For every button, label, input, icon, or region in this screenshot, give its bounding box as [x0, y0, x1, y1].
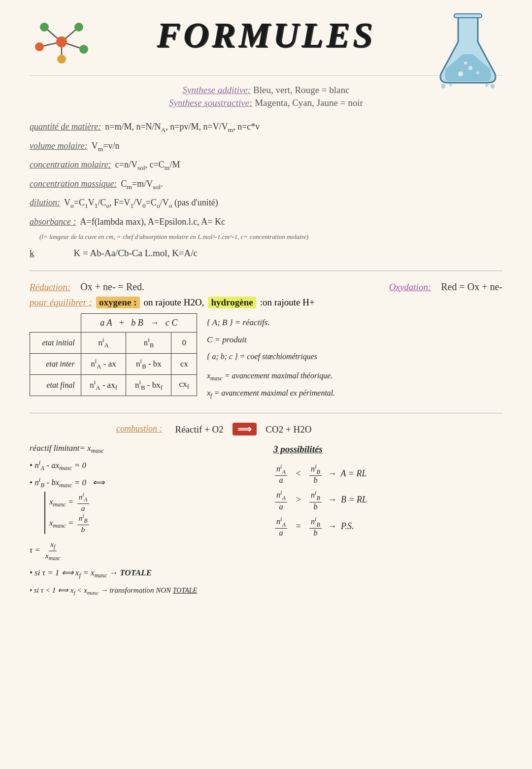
state-initial-label: etat initial	[30, 332, 81, 353]
cell-inter-B: niB - bx	[126, 353, 171, 374]
svg-point-14	[476, 71, 479, 74]
svg-point-8	[57, 55, 66, 64]
page: FORMULES	[0, 0, 532, 769]
svg-rect-11	[454, 14, 482, 18]
comb-tau: τ = xfxmasc	[30, 540, 259, 562]
formula-value-quantite: n=m/M, n=N/NA, n=pv/M, n=V/Vm, n=c*v	[105, 119, 260, 136]
comb-eq1: • niA - axmasc = 0	[30, 457, 259, 474]
possibilites-title: 3 possibilités	[273, 440, 502, 458]
svg-point-6	[40, 23, 49, 32]
state-inter-label: etat inter	[30, 353, 81, 374]
combustion-left: réactif limitant= xmasc • niA - axmasc =…	[30, 440, 259, 599]
equilibre-label: pour équilibrer :	[30, 297, 92, 308]
note-reactifs: { A; B } = réactifs.	[207, 315, 335, 331]
state-final-label: etat final	[30, 374, 81, 396]
header-divider	[30, 75, 502, 76]
synthese-additive-line: Synthese additive: Bleu, vert, Rouge = b…	[30, 85, 502, 96]
comb-sys2: xmasc = niBb	[49, 513, 91, 534]
note-produit: C = produit	[207, 332, 335, 348]
header: FORMULES	[30, 10, 502, 70]
formula-row-conc-mol: concentration molaire: c=n/Vsol, c=Cm/M	[30, 157, 502, 174]
synthese-additive-value: Bleu, vert, Rouge = blanc	[253, 85, 349, 95]
reduction-label: Réduction:	[30, 282, 70, 293]
synthese-additive-label: Synthese additive:	[183, 85, 251, 95]
possibilite-3: niAa = niBb → P.S.	[273, 516, 502, 538]
combustion-label: combustion :	[116, 424, 163, 434]
formula-value-volume: Vm=v/n	[92, 138, 120, 155]
synthese-soustractive-value: Magenta, Cyan, Jaune = noir	[255, 98, 363, 108]
table-row-inter: etat inter niA - ax niB - bx cx	[30, 353, 197, 374]
comb-totale: • si τ = 1 ⟺ xf = xmasc → TOTALE	[30, 565, 259, 582]
comb-non-totale: • si τ < 1 ⟺ xf < xmasc → transformation…	[30, 583, 259, 598]
page-title: FORMULES	[157, 15, 375, 56]
formula-row-k: k K = Ab-Aa/Cb-Ca L.mol, K=A/c	[30, 245, 502, 261]
svg-point-7	[74, 23, 83, 32]
table-notes: { A; B } = réactifs. C = produit { a; b;…	[207, 313, 335, 403]
note-xf: xf = avancement maximal ex périmental.	[207, 386, 335, 401]
cell-final-A: niA - axf	[81, 374, 126, 396]
svg-point-16	[441, 84, 445, 89]
formula-k-value: K = Ab-Aa/Cb-Ca L.mol, K=A/c	[74, 245, 198, 261]
svg-point-9	[35, 42, 44, 51]
cell-initial-B: niB	[126, 332, 171, 353]
equilibre-row: pour équilibrer : oxygene : on rajoute H…	[30, 297, 502, 308]
possibilite-1: niAa < niBb → A = RL	[273, 463, 502, 486]
reaction-table: a A + b B → c C etat initial niA niB 0 e…	[30, 313, 197, 396]
formula-label-volume: volume molaire:	[30, 138, 88, 154]
formulas-block: quantité de matière: n=m/M, n=N/NA, n=pv…	[30, 119, 502, 262]
combustion-section: combustion : Réactif + O2 ⟹ CO2 + H2O ré…	[30, 423, 502, 599]
cell-initial-C: 0	[171, 332, 197, 353]
comb-eq2: • niB - bxmasc = 0 ⟺	[30, 474, 259, 491]
absorbance-note: (l= longeur de la cuve en cm, = chef d'a…	[39, 232, 502, 242]
comb-sys1: xmasc = niAa	[49, 492, 91, 513]
hydrogene-highlight: hydrogène	[208, 297, 256, 308]
formula-value-conc-mol: c=n/Vsol, c=Cm/M	[115, 157, 180, 174]
comb-system: xmasc = niAa xmasc = niBb	[44, 492, 259, 534]
redox-row: Réduction: Ox + ne- = Red. Oxydation: Re…	[30, 281, 502, 293]
possibilite-2: niAa > niBb → B = RL	[273, 489, 502, 512]
cell-inter-A: niA - ax	[81, 353, 126, 374]
svg-point-10	[79, 45, 88, 54]
section-divider-1	[30, 270, 502, 271]
svg-point-12	[458, 71, 463, 76]
oxygene-note: on rajoute H2O,	[144, 297, 204, 308]
combustion-equation: Réactif + O2 ⟹ CO2 + H2O	[175, 423, 312, 435]
synthese-soustractive-line: Synthese soustractive: Magenta, Cyan, Ja…	[30, 98, 502, 108]
cell-final-C: cxf	[171, 374, 197, 396]
formula-label-absorbance: absorbance :	[30, 214, 76, 230]
note-coef: { a; b; c } = coef stœchiométriques	[207, 349, 335, 364]
cell-final-B: niB - bxf	[126, 374, 171, 396]
table-section: a A + b B → c C etat initial niA niB 0 e…	[30, 313, 502, 403]
combustion-right: 3 possibilités niAa < niBb → A = RL niAa…	[273, 440, 502, 599]
formula-label-conc-mol: concentration molaire:	[30, 157, 111, 172]
formula-row-dilution: dilution: Vo=C1V1/Co, F=V1/V0=Co/Vo (pas…	[30, 195, 502, 212]
formula-row-quantite: quantité de matière: n=m/M, n=N/NA, n=pv…	[30, 119, 502, 136]
section-divider-2	[30, 413, 502, 414]
cell-inter-C: cx	[171, 353, 197, 374]
comb-reactif-limitant: réactif limitant= xmasc	[30, 440, 259, 457]
formula-row-conc-mass: concentration massique: Cm=m/Vsol.	[30, 176, 502, 193]
synthese-block: Synthese additive: Bleu, vert, Rouge = b…	[30, 85, 502, 108]
formula-row-absorbance: absorbance : A=f(lambda max), A=Epsilon.…	[30, 214, 502, 230]
oxygene-highlight: oxygene :	[96, 297, 140, 308]
formula-value-absorbance: A=f(lambda max), A=Epsilon.l.c, A= Kc	[80, 214, 225, 230]
table-header-row: a A + b B → c C	[30, 313, 197, 332]
molecule-icon	[30, 12, 94, 73]
formula-k-label: k	[30, 245, 34, 261]
formula-value-dilution: Vo=C1V1/Co, F=V1/V0=Co/Vo (pas d'unité)	[64, 195, 218, 212]
flask-icon	[433, 10, 502, 91]
formula-label-conc-mass: concentration massique:	[30, 176, 117, 192]
svg-point-13	[468, 66, 472, 70]
reaction-equation-header: a A + b B → c C	[81, 313, 197, 332]
redox-block: Réduction: Ox + ne- = Red. Oxydation: Re…	[30, 281, 502, 308]
oxydation-value: Red = Ox + ne-	[441, 281, 502, 293]
svg-point-17	[449, 83, 452, 87]
formula-label-quantite: quantité de matière:	[30, 119, 101, 134]
svg-point-19	[485, 83, 488, 87]
table-row-initial: etat initial niA niB 0	[30, 332, 197, 353]
combustion-header: combustion : Réactif + O2 ⟹ CO2 + H2O	[30, 423, 502, 435]
formula-label-dilution: dilution:	[30, 195, 60, 210]
reaction-table-wrapper: a A + b B → c C etat initial niA niB 0 e…	[30, 313, 197, 396]
svg-point-5	[56, 36, 67, 47]
hydrogene-note: :on rajoute H+	[260, 297, 315, 308]
